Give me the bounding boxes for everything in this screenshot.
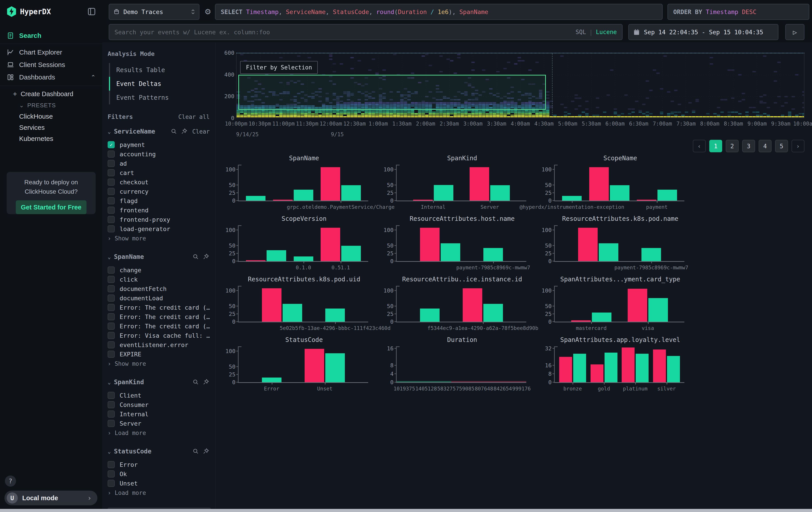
- mode-lucene[interactable]: Lucene: [596, 29, 617, 35]
- checkbox[interactable]: [108, 313, 115, 320]
- pin-icon[interactable]: [203, 253, 210, 261]
- filter-by-selection-button[interactable]: Filter by Selection: [240, 61, 318, 74]
- bar-green[interactable]: [325, 353, 345, 382]
- sql-select-input[interactable]: SELECT Timestamp, ServiceName, StatusCod…: [215, 4, 663, 20]
- bar-pink[interactable]: [578, 228, 598, 261]
- bar-pink[interactable]: [589, 167, 609, 200]
- create-dashboard-button[interactable]: +Create Dashboard: [0, 88, 102, 100]
- filter-option[interactable]: flagd: [108, 196, 210, 206]
- chevron-down-icon[interactable]: ⌄: [108, 254, 111, 260]
- bar-green[interactable]: [610, 185, 630, 200]
- bar-pink[interactable]: [470, 167, 489, 200]
- bar-green[interactable]: [262, 378, 282, 382]
- filter-load-more[interactable]: ›Load more: [108, 488, 210, 498]
- bar-pink[interactable]: [321, 228, 340, 261]
- checkbox[interactable]: [108, 304, 115, 311]
- bar-green[interactable]: [667, 356, 680, 382]
- analysis-mode-results-table[interactable]: Results Table: [109, 63, 210, 77]
- chevron-down-icon[interactable]: ⌄: [108, 448, 111, 455]
- bar-pink[interactable]: [413, 200, 433, 200]
- bar-green[interactable]: [605, 353, 617, 382]
- checkbox[interactable]: [108, 420, 115, 427]
- pin-icon[interactable]: [203, 448, 210, 455]
- bar-pink[interactable]: [571, 320, 591, 322]
- filter-option[interactable]: Error: [108, 460, 210, 469]
- filter-option[interactable]: click: [108, 275, 210, 284]
- bar-pink[interactable]: [420, 228, 440, 261]
- page-button-3[interactable]: 3: [742, 140, 755, 152]
- filter-option[interactable]: Client: [108, 391, 210, 400]
- bar-green[interactable]: [441, 243, 460, 261]
- checkbox[interactable]: [108, 266, 115, 274]
- bar-green[interactable]: [341, 185, 361, 200]
- checkbox[interactable]: [108, 188, 115, 195]
- filter-option[interactable]: frontend: [108, 206, 210, 215]
- bar-green[interactable]: [246, 196, 265, 200]
- checkbox[interactable]: [108, 276, 115, 283]
- page-button-4[interactable]: 4: [759, 140, 772, 152]
- filter-option[interactable]: load-generator: [108, 224, 210, 234]
- bar-green[interactable]: [648, 298, 668, 322]
- local-mode-button[interactable]: U Local mode ›: [4, 491, 97, 505]
- checkbox[interactable]: [108, 151, 115, 158]
- analysis-mode-event-patterns[interactable]: Event Patterns: [109, 90, 210, 104]
- help-button[interactable]: ?: [5, 476, 16, 487]
- page-button-1[interactable]: 1: [709, 140, 722, 152]
- bar-pink[interactable]: [262, 288, 282, 322]
- checkbox[interactable]: [108, 351, 115, 358]
- search-icon[interactable]: [171, 128, 178, 135]
- bar-green[interactable]: [490, 185, 510, 200]
- source-select[interactable]: Demo Traces: [109, 4, 199, 20]
- bar-green[interactable]: [420, 308, 440, 322]
- filter-option[interactable]: Internal: [108, 409, 210, 419]
- bar-pink[interactable]: [246, 260, 265, 261]
- filter-option[interactable]: eventListener.error: [108, 340, 210, 350]
- pin-icon[interactable]: [181, 128, 188, 135]
- filter-option[interactable]: ad: [108, 159, 210, 168]
- bar-green[interactable]: [573, 354, 586, 382]
- bar-green[interactable]: [483, 304, 503, 322]
- checkbox[interactable]: [108, 179, 115, 186]
- search-icon[interactable]: [192, 448, 199, 455]
- page-button-5[interactable]: 5: [775, 140, 788, 152]
- preset-item-kubernetes[interactable]: Kubernetes: [0, 133, 102, 144]
- pin-icon[interactable]: [203, 379, 210, 386]
- filter-option[interactable]: change: [108, 265, 210, 275]
- mode-sql[interactable]: SQL: [576, 29, 586, 35]
- filter-clear-button[interactable]: Clear: [192, 128, 210, 135]
- checkbox[interactable]: [108, 225, 115, 233]
- checkbox[interactable]: [108, 207, 115, 214]
- checkbox[interactable]: [108, 216, 115, 223]
- filter-option[interactable]: Error: The credit card (…: [108, 321, 210, 331]
- filter-option[interactable]: Ok: [108, 469, 210, 479]
- bar-pink[interactable]: [321, 167, 340, 200]
- bar-pink[interactable]: [637, 200, 656, 200]
- filter-option[interactable]: Consumer: [108, 400, 210, 409]
- checkbox[interactable]: [108, 323, 115, 330]
- chevron-down-icon[interactable]: ⌄: [108, 129, 111, 135]
- presets-toggle[interactable]: ⌄PRESETS: [0, 100, 102, 111]
- filter-option[interactable]: cart: [108, 168, 210, 178]
- sidebar-item-chart-explorer[interactable]: Chart Explorer: [0, 46, 102, 58]
- filter-option[interactable]: Error: Visa cache full: …: [108, 331, 210, 340]
- checkbox[interactable]: [108, 160, 115, 167]
- filter-group-name[interactable]: SpanKind: [114, 378, 189, 386]
- filter-show-more[interactable]: ›Show more: [108, 359, 210, 369]
- sidebar-item-dashboards[interactable]: Dashboards⌃: [0, 71, 102, 83]
- filter-option[interactable]: frontend-proxy: [108, 215, 210, 224]
- filter-option[interactable]: currency: [108, 187, 210, 196]
- bar-green[interactable]: [636, 354, 648, 382]
- filter-show-more[interactable]: ›Show more: [108, 234, 210, 243]
- bar-pink[interactable]: [463, 288, 482, 322]
- checkbox[interactable]: [108, 480, 115, 487]
- preset-item-clickhouse[interactable]: ClickHouse: [0, 111, 102, 122]
- checkbox[interactable]: [108, 392, 115, 399]
- checkbox[interactable]: [108, 169, 115, 176]
- sidebar-item-client-sessions[interactable]: Client Sessions: [0, 58, 102, 71]
- bar-pink[interactable]: [273, 200, 293, 200]
- bar-pink[interactable]: [622, 348, 635, 382]
- bar-green[interactable]: [599, 243, 618, 261]
- checkbox[interactable]: [108, 410, 115, 417]
- bar-green[interactable]: [283, 304, 302, 322]
- bar-green[interactable]: [267, 250, 286, 261]
